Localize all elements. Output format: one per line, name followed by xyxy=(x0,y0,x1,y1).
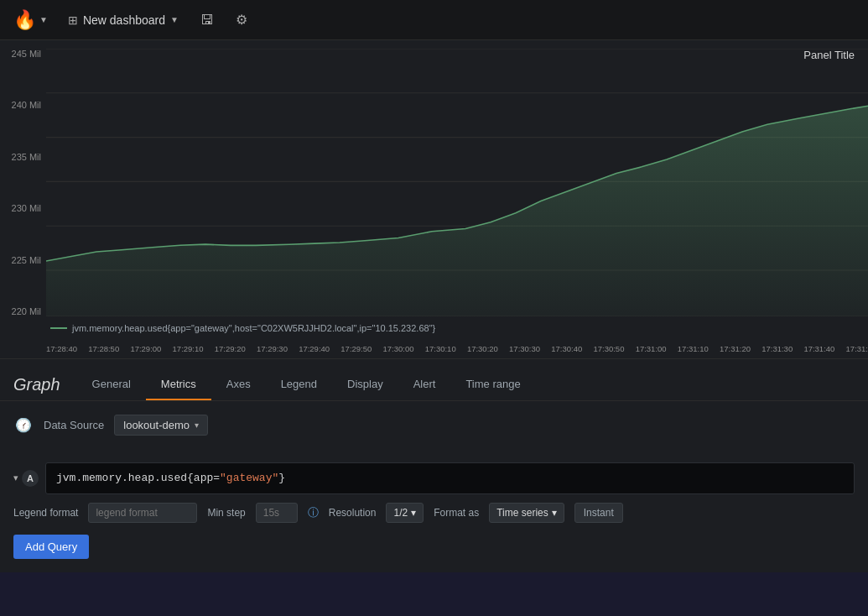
chart-legend: jvm.memory.heap.used{app="gateway",host=… xyxy=(50,323,435,333)
x-label-2: 17:28:50 xyxy=(88,344,119,353)
tab-metrics[interactable]: Metrics xyxy=(146,369,211,400)
y-axis: 245 Mil 240 Mil 235 Mil 230 Mil 225 Mil … xyxy=(0,49,46,316)
query-string-val: "gateway" xyxy=(220,472,278,484)
editor-area: Graph General Metrics Axes Legend Displa… xyxy=(0,359,868,572)
chart-area: Panel Title 245 Mil 240 Mil 235 Mil 230 … xyxy=(0,40,868,359)
y-label-2: 240 Mil xyxy=(12,100,41,110)
format-as-label: Format as xyxy=(434,507,479,519)
chart-svg-container xyxy=(46,49,868,316)
legend-format-input[interactable] xyxy=(88,503,197,523)
query-row: ▾ A jvm.memory.heap.used{app="gateway"} xyxy=(13,462,855,494)
grid-icon: ⊞ xyxy=(68,13,78,27)
y-label-3: 235 Mil xyxy=(12,152,41,162)
add-query-button[interactable]: Add Query xyxy=(13,535,89,559)
x-label-9: 17:30:00 xyxy=(383,344,414,353)
tab-display[interactable]: Display xyxy=(332,369,398,400)
editor-header: Graph General Metrics Axes Legend Displa… xyxy=(0,359,868,401)
logo-caret: ▼ xyxy=(39,15,48,24)
settings-icon: ⚙ xyxy=(236,13,247,27)
query-toggle[interactable]: ▾ A xyxy=(13,470,39,487)
x-label-11: 17:30:20 xyxy=(467,344,498,353)
min-step-label: Min step xyxy=(207,507,245,519)
x-label-4: 17:29:10 xyxy=(173,344,204,353)
resolution-caret: ▾ xyxy=(411,507,416,519)
tab-alert[interactable]: Alert xyxy=(398,369,451,400)
query-suffix: } xyxy=(278,472,285,484)
x-label-20: 17:31: xyxy=(846,344,868,353)
query-section: ▾ A jvm.memory.heap.used{app="gateway"} … xyxy=(0,462,868,572)
logo-button[interactable]: 🔥 ▼ xyxy=(8,6,53,34)
query-code-display[interactable]: jvm.memory.heap.used{app="gateway"} xyxy=(45,462,855,494)
add-query-row: Add Query xyxy=(13,535,855,559)
legend-color xyxy=(50,327,67,329)
x-label-3: 17:29:00 xyxy=(130,344,161,353)
resolution-select[interactable]: 1/2 ▾ xyxy=(386,503,424,523)
x-label-14: 17:30:50 xyxy=(593,344,624,353)
save-icon: 🖫 xyxy=(200,13,214,27)
new-dashboard-button[interactable]: ⊞ New dashboard ▼ xyxy=(61,10,185,30)
x-label-15: 17:31:00 xyxy=(636,344,667,353)
min-step-input[interactable] xyxy=(256,503,298,523)
tab-general[interactable]: General xyxy=(77,369,146,400)
y-label-6: 220 Mil xyxy=(12,306,41,316)
format-as-caret: ▾ xyxy=(552,507,557,519)
x-label-10: 17:30:10 xyxy=(425,344,456,353)
tab-time-range[interactable]: Time range xyxy=(450,369,535,400)
tab-axes[interactable]: Axes xyxy=(211,369,266,400)
dashboard-title: New dashboard xyxy=(83,13,165,27)
legend-format-label: Legend format xyxy=(13,507,78,519)
x-axis: 17:28:40 17:28:50 17:29:00 17:29:10 17:2… xyxy=(46,344,868,353)
datasource-value: lookout-demo xyxy=(123,419,190,431)
toggle-arrow: ▾ xyxy=(13,472,18,483)
x-label-5: 17:29:20 xyxy=(215,344,246,353)
x-label-8: 17:29:50 xyxy=(340,344,372,353)
x-label-18: 17:31:30 xyxy=(761,344,793,353)
logo-icon: 🔥 xyxy=(13,9,36,31)
info-icon: ⓘ xyxy=(308,505,319,520)
x-label-6: 17:29:30 xyxy=(257,344,288,353)
database-icon: 🕜 xyxy=(13,417,34,433)
topbar: 🔥 ▼ ⊞ New dashboard ▼ 🖫 ⚙ xyxy=(0,0,868,40)
datasource-caret: ▾ xyxy=(195,420,199,430)
x-label-19: 17:31:40 xyxy=(803,344,834,353)
resolution-value: 1/2 xyxy=(393,507,408,519)
datasource-row: 🕜 Data Source lookout-demo ▾ xyxy=(13,415,855,436)
y-label-5: 225 Mil xyxy=(12,255,41,265)
chart-svg xyxy=(46,49,868,316)
dashboard-caret: ▼ xyxy=(170,15,179,24)
options-row: Legend format Min step ⓘ Resolution 1/2 … xyxy=(13,503,855,523)
query-prefix: jvm.memory.heap.used{app= xyxy=(56,472,220,484)
query-letter: A xyxy=(22,470,39,487)
x-label-1: 17:28:40 xyxy=(46,344,77,353)
x-label-7: 17:29:40 xyxy=(299,344,330,353)
settings-button[interactable]: ⚙ xyxy=(229,8,254,31)
format-as-value: Time series xyxy=(496,507,548,519)
resolution-label: Resolution xyxy=(329,507,377,519)
datasource-select[interactable]: lookout-demo ▾ xyxy=(114,415,208,436)
x-label-12: 17:30:30 xyxy=(509,344,540,353)
legend-text: jvm.memory.heap.used{app="gateway",host=… xyxy=(72,323,435,333)
x-label-17: 17:31:20 xyxy=(720,344,751,353)
metrics-panel: 🕜 Data Source lookout-demo ▾ xyxy=(0,401,868,462)
x-label-16: 17:31:10 xyxy=(678,344,709,353)
format-as-select[interactable]: Time series ▾ xyxy=(489,503,564,523)
tab-legend[interactable]: Legend xyxy=(266,369,332,400)
y-label-4: 230 Mil xyxy=(12,203,41,213)
y-label-1: 245 Mil xyxy=(12,49,41,59)
instant-button[interactable]: Instant xyxy=(574,503,623,523)
tab-bar: General Metrics Axes Legend Display Aler… xyxy=(77,369,536,400)
graph-label: Graph xyxy=(13,375,60,394)
datasource-label: Data Source xyxy=(44,419,104,431)
save-button[interactable]: 🖫 xyxy=(194,9,221,31)
x-label-13: 17:30:40 xyxy=(551,344,582,353)
